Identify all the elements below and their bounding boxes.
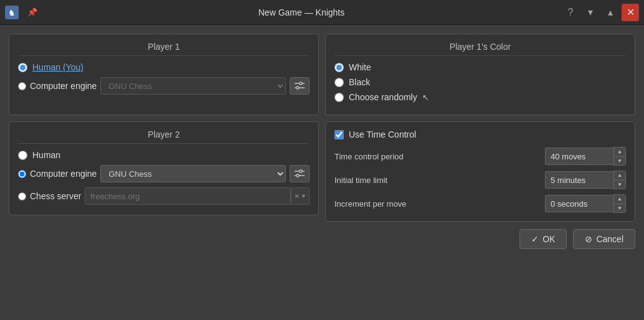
increment-spinner: ▲ ▼ (545, 194, 626, 213)
bottom-row: ✓ OK ⊘ Cancel (9, 228, 635, 249)
player1-engine-label[interactable]: Computer engine (30, 81, 97, 91)
cancel-icon: ⊘ (585, 234, 592, 244)
player2-engine-radio[interactable] (18, 170, 26, 178)
player2-engine-select[interactable]: GNU Chess (100, 165, 286, 182)
color-white-label[interactable]: White (349, 62, 371, 72)
svg-text:♞: ♞ (8, 8, 16, 17)
period-up-button[interactable]: ▲ (614, 148, 625, 156)
player2-title: Player 2 (18, 129, 310, 144)
use-time-control-label[interactable]: Use Time Control (349, 129, 416, 139)
color-black-label[interactable]: Black (349, 77, 370, 87)
help-button[interactable]: ? (562, 4, 579, 21)
increment-down-button[interactable]: ▼ (614, 204, 625, 212)
window-title: New Game — Knights (41, 7, 562, 17)
initial-label: Initial time limit (334, 176, 539, 185)
clear-icon: ✕ (294, 192, 300, 200)
color-white-radio[interactable] (334, 63, 344, 72)
player1-panel: Player 1 Human (You) Computer engine GNU… (9, 34, 319, 115)
player1-human-row: Human (You) (18, 62, 310, 72)
initial-spinner: ▲ ▼ (545, 171, 626, 189)
player1-engine-select[interactable]: GNU Chess (100, 77, 286, 95)
color-black-radio[interactable] (334, 78, 344, 87)
color-white-row: White (334, 62, 626, 72)
player2-server-radio[interactable] (18, 192, 26, 200)
color-random-radio[interactable] (334, 93, 344, 102)
initial-arrows: ▲ ▼ (613, 171, 626, 189)
increment-up-button[interactable]: ▲ (614, 195, 625, 204)
player1-human-radio[interactable] (18, 63, 27, 72)
cancel-label: Cancel (596, 234, 623, 244)
period-arrows: ▲ ▼ (613, 147, 626, 166)
svg-point-3 (300, 82, 302, 85)
player2-settings-button[interactable] (290, 165, 310, 182)
cursor-icon: ↖ (422, 93, 429, 102)
dropdown-icon: ▼ (301, 193, 306, 199)
color-title: Player 1's Color (334, 42, 626, 56)
ok-label: OK (542, 234, 555, 244)
close-button[interactable]: ✕ (622, 4, 639, 21)
increment-label: Increment per move (334, 199, 539, 209)
app-icon: ♞ (5, 6, 19, 19)
period-label: Time control period (334, 152, 539, 161)
player2-engine-row: Computer engine GNU Chess (18, 165, 310, 182)
period-spinner: ▲ ▼ (545, 147, 626, 166)
color-random-row: Choose randomly ↖ (334, 92, 626, 102)
dialog-content: Player 1 Human (You) Computer engine GNU… (0, 25, 644, 258)
initial-input[interactable] (545, 171, 613, 189)
initial-up-button[interactable]: ▲ (614, 171, 625, 180)
server-input[interactable] (85, 187, 291, 205)
svg-point-9 (296, 174, 299, 177)
ok-icon: ✓ (531, 234, 539, 244)
increment-input[interactable] (545, 195, 613, 212)
player2-panel: Player 2 Human Computer engine GNU Chess (9, 121, 319, 215)
player1-human-label[interactable]: Human (You) (32, 62, 83, 72)
player2-human-row: Human (18, 150, 310, 160)
svg-point-5 (296, 87, 299, 89)
time-grid: Time control period ▲ ▼ Initial time lim… (334, 147, 626, 213)
player1-settings-button[interactable] (290, 77, 310, 95)
period-input[interactable] (545, 148, 613, 165)
increment-arrows: ▲ ▼ (613, 194, 626, 213)
svg-point-7 (300, 170, 302, 172)
time-control-panel: Use Time Control Time control period ▲ ▼… (325, 121, 635, 222)
player1-title: Player 1 (18, 42, 310, 56)
server-input-wrap: ✕ ▼ (85, 187, 310, 205)
use-time-control-checkbox[interactable] (334, 130, 344, 139)
player2-human-label[interactable]: Human (32, 150, 60, 160)
ok-button[interactable]: ✓ OK (519, 229, 567, 249)
minimize-button[interactable]: ▾ (582, 4, 599, 21)
color-random-label[interactable]: Choose randomly (349, 92, 417, 102)
color-panel: Player 1's Color White Black Choose rand… (325, 34, 635, 115)
use-time-control-row: Use Time Control (334, 129, 626, 139)
player2-human-radio[interactable] (18, 151, 27, 160)
player1-engine-radio[interactable] (18, 82, 26, 90)
titlebar: ♞ 📌 New Game — Knights ? ▾ ▴ ✕ (0, 0, 644, 25)
player1-engine-row: Computer engine GNU Chess (18, 77, 310, 95)
color-black-row: Black (334, 77, 626, 87)
cancel-button[interactable]: ⊘ Cancel (573, 229, 635, 249)
player2-engine-label[interactable]: Computer engine (30, 169, 97, 179)
player2-server-row: Chess server ✕ ▼ (18, 187, 310, 205)
window-controls: ? ▾ ▴ ✕ (562, 4, 639, 21)
initial-down-button[interactable]: ▼ (614, 180, 625, 189)
pin-button[interactable]: 📌 (24, 4, 41, 21)
player2-server-label[interactable]: Chess server (30, 191, 81, 201)
restore-button[interactable]: ▴ (602, 4, 619, 21)
period-down-button[interactable]: ▼ (614, 156, 625, 165)
server-clear-button[interactable]: ✕ ▼ (291, 187, 310, 205)
